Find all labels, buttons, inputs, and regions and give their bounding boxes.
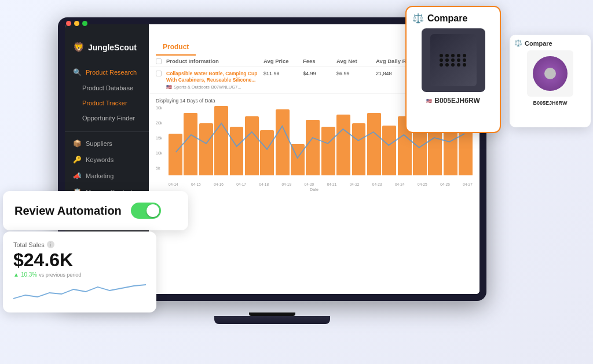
th-avg-net: Avg Net: [336, 58, 371, 64]
speaker-dot: [451, 58, 455, 62]
date-axis: 04-14 04-15 04-16 04-17 04-18 04-19 04-2…: [169, 182, 473, 186]
y-label-5: 5k: [156, 166, 166, 170]
bar-0: [169, 134, 182, 175]
speaker-dot: [440, 54, 443, 57]
date-6: 04-19: [281, 182, 291, 186]
date-7: 04-20: [305, 182, 314, 186]
marketing-icon: 📣: [73, 172, 82, 180]
sidebar-item-suppliers[interactable]: 📦 Suppliers: [65, 135, 149, 152]
sidebar-item-product-database[interactable]: Product Database: [65, 80, 149, 95]
date-5: 04-18: [259, 182, 269, 186]
product-meta: 🇺🇸 Sports & Outdoors B07WNLUG7...: [166, 84, 259, 90]
bar-4: [230, 127, 244, 175]
speaker-dot: [463, 58, 466, 62]
sidebar-item-product-research[interactable]: 🔍 Product Research: [65, 64, 149, 80]
date-14: 04-27: [463, 182, 473, 186]
product-tab[interactable]: Product: [156, 41, 196, 56]
keywords-icon: 🔑: [73, 156, 82, 164]
compare-asin: B005EJH6RW: [434, 97, 479, 105]
review-automation-toggle[interactable]: [131, 203, 161, 219]
speaker-dot: [440, 58, 443, 62]
sidebar-label-opportunity-finder: Opportunity Finder: [82, 115, 135, 122]
product-info-cell: Collapsible Water Bottle, Camping Cup Wi…: [166, 71, 259, 90]
speaker-dot: [463, 63, 466, 67]
product-link[interactable]: Collapsible Water Bottle, Camping Cup Wi…: [166, 71, 259, 83]
date-12: 04-25: [418, 182, 427, 186]
product-net: $6.99: [336, 71, 371, 76]
product-asin: B07WNLUG7...: [211, 84, 241, 90]
app-name: JungleScout: [88, 43, 137, 52]
sidebar-label-suppliers: Suppliers: [86, 140, 112, 147]
compare-scale-icon: ⚖️: [412, 13, 424, 24]
y-label-1: 30k: [156, 106, 166, 110]
bar-1: [184, 113, 197, 175]
close-button[interactable]: [66, 21, 71, 26]
info-icon[interactable]: i: [47, 241, 54, 248]
speaker-dot: [457, 54, 460, 57]
compare-main-header: ⚖️ Compare: [412, 13, 467, 24]
row-checkbox[interactable]: [156, 71, 162, 76]
compare-sec-asin: B005EJH6RW: [533, 100, 568, 106]
flag-icon: 🇺🇸: [166, 84, 172, 90]
bar-14: [382, 126, 396, 175]
sales-change-label: vs previous period: [39, 272, 81, 278]
sidebar-label-product-research: Product Research: [86, 69, 137, 76]
maximize-button[interactable]: [82, 21, 87, 26]
search-icon: 🔍: [73, 68, 82, 76]
speaker-dot: [445, 54, 449, 57]
th-fees: Fees: [303, 58, 332, 64]
minimize-button[interactable]: [74, 21, 79, 26]
compare-sec-image: [527, 50, 573, 97]
bar-8: [291, 144, 305, 175]
speaker-dot: [457, 63, 460, 67]
sales-amount: $24.6K: [13, 251, 146, 269]
traffic-lights: [66, 21, 87, 26]
compare-main-title: Compare: [427, 13, 467, 24]
sales-card-title-row: Total Sales i: [13, 241, 146, 248]
compare-card-main: ⚖️ Compare 🇺🇸 B: [405, 6, 501, 133]
bar-3: [214, 106, 228, 175]
y-label-3: 15k: [156, 136, 166, 140]
sidebar-label-keywords: Keywords: [86, 156, 114, 163]
bar-5: [245, 116, 259, 175]
sales-change-row: ▲ 10.3% vs previous period: [13, 271, 146, 278]
speaker-dot: [440, 63, 443, 67]
date-3: 04-16: [214, 182, 224, 186]
bar-16: [413, 128, 427, 176]
date-2: 04-15: [191, 182, 201, 186]
date-11: 04-24: [395, 182, 405, 186]
sidebar-item-marketing[interactable]: 📣 Marketing: [65, 168, 149, 184]
bar-6: [260, 130, 274, 175]
product-category: Sports & Outdoors: [174, 84, 210, 90]
speaker-dot: [445, 63, 449, 67]
speaker-dot: [457, 58, 460, 62]
sidebar-item-opportunity-finder[interactable]: Opportunity Finder: [65, 111, 149, 126]
compare-sec-header: ⚖️ Compare: [514, 39, 552, 47]
suppliers-icon: 📦: [73, 139, 82, 148]
sidebar-label-product-database: Product Database: [82, 84, 133, 91]
date-4: 04-17: [236, 182, 246, 186]
bar-10: [321, 127, 335, 175]
bar-13: [367, 113, 381, 175]
bar-9: [306, 120, 320, 175]
sidebar-item-product-tracker[interactable]: Product Tracker: [65, 95, 149, 111]
product-price: $11.98: [263, 71, 298, 76]
sales-title: Total Sales: [13, 241, 45, 248]
select-all-checkbox[interactable]: [156, 58, 162, 64]
chart-days-label: Displaying 14 Days of Data: [156, 98, 215, 104]
date-13: 04-26: [440, 182, 450, 186]
x-axis-label: Date: [156, 187, 473, 192]
product-visual: [430, 34, 477, 86]
bar-11: [336, 115, 350, 176]
speaker-dot: [463, 54, 466, 57]
sidebar-item-keywords[interactable]: 🔑 Keywords: [65, 152, 149, 168]
speaker-dot: [445, 58, 449, 62]
bar-7: [276, 109, 290, 175]
review-automation-card: Review Automation: [3, 191, 188, 230]
compare-card-secondary: ⚖️ Compare B005EJH6RW: [510, 35, 591, 127]
bar-2: [199, 123, 213, 175]
compare-sec-scale-icon: ⚖️: [514, 39, 522, 47]
fan-center: [544, 68, 556, 79]
y-axis: 30k 20k 15k 10k 5k: [156, 106, 166, 181]
date-10: 04-23: [372, 182, 382, 186]
